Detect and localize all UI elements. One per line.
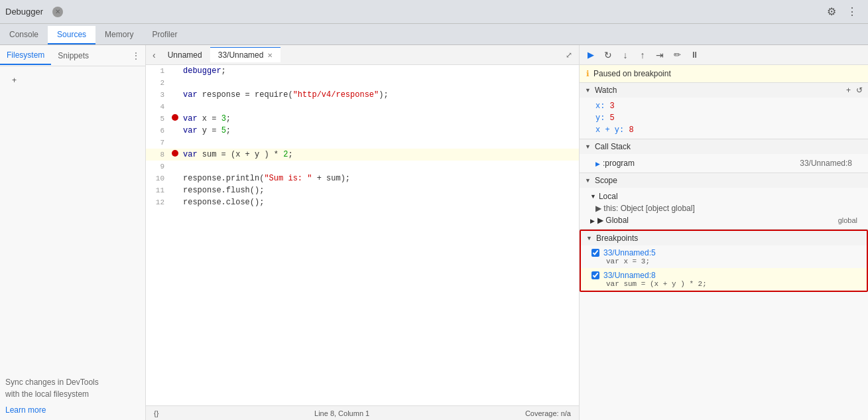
scope-local-label[interactable]: ▼ Local <box>585 190 863 202</box>
sidebar-tab-bar: Filesystem Snippets ⋮ <box>0 45 145 66</box>
breakpoint-5-checkbox[interactable] <box>591 249 599 257</box>
callstack-location: 33/Unnamed:8 <box>800 159 852 168</box>
scope-this-item: ▶ this: Object [object global] <box>585 202 863 214</box>
status-bar: {} Line 8, Column 1 Coverage: n/a <box>146 405 579 420</box>
paused-text: Paused on breakpoint <box>593 69 671 78</box>
close-button[interactable]: ✕ <box>52 7 63 17</box>
app-title: Debugger <box>5 7 43 17</box>
more-icon[interactable]: ⋮ <box>841 5 863 18</box>
main-layout: Filesystem Snippets ⋮ + Sync changes in … <box>0 45 868 420</box>
tab-console[interactable]: Console <box>0 26 48 44</box>
callstack-item-program[interactable]: ▶:program 33/Unnamed:8 <box>585 157 863 170</box>
watch-item-sum: x + y: 8 <box>585 124 863 136</box>
settings-icon[interactable]: ⚙ <box>822 5 841 18</box>
scope-global-row[interactable]: ▶▶ Global global <box>585 214 863 226</box>
watch-section: ▼ Watch + ↺ x: 3 y: 5 x + y: 8 <box>580 83 868 139</box>
watch-add-button[interactable]: + <box>846 86 851 95</box>
paused-icon: ℹ <box>586 69 589 78</box>
sidebar: Filesystem Snippets ⋮ + Sync changes in … <box>0 45 146 420</box>
global-label: ▶ Global <box>597 216 629 225</box>
scope-section: ▼ Scope ▼ Local ▶ this: Object [object g… <box>580 173 868 230</box>
tab-sources[interactable]: Sources <box>48 26 95 44</box>
breakpoints-section: ▼ Breakpoints 33/Unnamed:5 var x = 3; 33… <box>580 230 868 292</box>
code-line-7: 7 <box>146 137 579 149</box>
breakpoints-title: Breakpoints <box>596 234 638 243</box>
watch-refresh-button[interactable]: ↺ <box>856 86 863 95</box>
paused-bar: ℹ Paused on breakpoint <box>580 65 868 83</box>
scope-header[interactable]: ▼ Scope <box>580 173 868 188</box>
file-tab-maximize[interactable]: ⤢ <box>562 50 576 60</box>
code-line-12: 12 response.close(); <box>146 196 579 208</box>
sidebar-more-button[interactable]: ⋮ <box>127 48 145 63</box>
code-line-5: 5 var x = 3; <box>146 113 579 125</box>
deactivate-breakpoints-button[interactable]: ✏ <box>670 48 684 62</box>
callstack-section: ▼ Call Stack ▶:program 33/Unnamed:8 <box>580 139 868 173</box>
code-area[interactable]: 1 debugger; 2 3 var response = require("… <box>146 65 579 405</box>
file-tab-active[interactable]: 33/Unnamed ✕ <box>210 47 281 62</box>
breakpoint-8-file: 33/Unnamed:8 <box>603 271 656 280</box>
code-line-10: 10 response.println("Sum is: " + sum); <box>146 173 579 184</box>
braces-icon: {} <box>154 409 158 417</box>
cursor-position: Line 8, Column 1 <box>314 409 369 417</box>
callstack-header[interactable]: ▼ Call Stack <box>580 139 868 154</box>
breakpoints-triangle: ▼ <box>586 235 592 242</box>
tab-profiler[interactable]: Profiler <box>143 26 186 44</box>
top-bar: Debugger ✕ ⚙ ⋮ <box>0 0 868 24</box>
callstack-triangle: ▼ <box>585 143 591 150</box>
step-out-button[interactable]: ↑ <box>635 48 650 62</box>
step-into-button[interactable]: ↓ <box>618 48 633 62</box>
sidebar-add-button[interactable]: + <box>5 72 140 89</box>
code-line-6: 6 var y = 5; <box>146 125 579 137</box>
code-line-11: 11 response.flush(); <box>146 184 579 196</box>
watch-actions: + ↺ <box>846 86 863 95</box>
breakpoint-8-checkbox[interactable] <box>591 271 599 279</box>
code-line-4: 4 <box>146 101 579 113</box>
watch-triangle: ▼ <box>585 87 591 94</box>
step-over-button[interactable]: ↻ <box>601 48 615 62</box>
breakpoint-item-5: 33/Unnamed:5 var x = 3; <box>581 245 867 268</box>
file-tabs-bar: ‹ Unnamed 33/Unnamed ✕ ⤢ <box>146 45 579 65</box>
breakpoint-8-code: var sum = (x + y ) * 2; <box>591 280 856 288</box>
code-line-8: 8 var sum = (x + y ) * 2; <box>146 149 579 161</box>
callstack-fn: :program <box>603 159 635 168</box>
callstack-body: ▶:program 33/Unnamed:8 <box>580 154 868 173</box>
sidebar-tab-snippets[interactable]: Snippets <box>51 47 95 64</box>
global-val: global <box>838 216 857 224</box>
breakpoints-header[interactable]: ▼ Breakpoints <box>581 231 867 245</box>
breakpoint-item-8: 33/Unnamed:8 var sum = (x + y ) * 2; <box>581 268 867 291</box>
scope-triangle: ▼ <box>585 177 591 184</box>
watch-header[interactable]: ▼ Watch + ↺ <box>580 83 868 98</box>
sidebar-tab-filesystem[interactable]: Filesystem <box>0 46 51 65</box>
watch-title: Watch <box>595 86 617 95</box>
sync-text: Sync changes in DevToolswith the local f… <box>0 371 145 405</box>
callstack-title: Call Stack <box>595 142 631 151</box>
code-line-2: 2 <box>146 77 579 89</box>
file-tab-close[interactable]: ✕ <box>267 52 273 59</box>
code-line-3: 3 var response = require("http/v4/respon… <box>146 89 579 101</box>
breakpoint-5-file: 33/Unnamed:5 <box>603 248 656 257</box>
file-tab-unnamed[interactable]: Unnamed <box>160 48 210 62</box>
code-line-1: 1 debugger; <box>146 65 579 77</box>
pause-on-exceptions-button[interactable]: ⏸ <box>687 48 702 62</box>
watch-body: x: 3 y: 5 x + y: 8 <box>580 98 868 139</box>
watch-item-x: x: 3 <box>585 100 863 112</box>
right-toolbar: ▶ ↻ ↓ ↑ ⇥ ✏ ⏸ <box>580 45 868 65</box>
breakpoint-8-header: 33/Unnamed:8 <box>591 271 856 280</box>
code-line-9: 9 <box>146 161 579 173</box>
breakpoint-5-header: 33/Unnamed:5 <box>591 248 856 257</box>
resume-button[interactable]: ▶ <box>584 48 598 62</box>
learn-more-link[interactable]: Learn more <box>0 405 145 420</box>
callstack-arrow-icon: ▶ <box>595 161 600 167</box>
editor-pane: ‹ Unnamed 33/Unnamed ✕ ⤢ 1 debugger; 2 <box>146 45 580 420</box>
step-button[interactable]: ⇥ <box>652 48 667 62</box>
scope-body: ▼ Local ▶ this: Object [object global] ▶… <box>580 188 868 229</box>
tab-memory[interactable]: Memory <box>95 26 143 44</box>
coverage-status: Coverage: n/a <box>525 409 571 417</box>
file-tab-left-arrow[interactable]: ‹ <box>149 50 160 60</box>
sidebar-body: + <box>0 66 145 224</box>
right-panel: ▶ ↻ ↓ ↑ ⇥ ✏ ⏸ ℹ Paused on breakpoint ▼ W… <box>580 45 868 420</box>
breakpoint-5-code: var x = 3; <box>591 257 856 265</box>
scope-title: Scope <box>595 176 617 185</box>
watch-item-y: y: 5 <box>585 112 863 124</box>
local-label: Local <box>599 192 618 201</box>
